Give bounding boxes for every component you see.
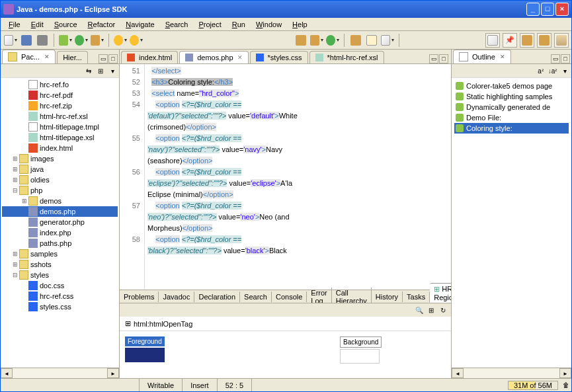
- bottom-tab-search[interactable]: Search: [240, 292, 272, 302]
- status-memory[interactable]: 31M of 56M: [508, 381, 558, 390]
- foreground-swatch[interactable]: [125, 348, 165, 362]
- tree-item[interactable]: hrc-ref.fo: [2, 79, 118, 90]
- outline-list[interactable]: Colorer-take5 demos pageStatic highlight…: [452, 78, 571, 368]
- menu-navigate[interactable]: Navigate: [120, 19, 159, 30]
- tree-item[interactable]: ⊞samples: [2, 249, 118, 259]
- tree-item[interactable]: generator.php: [2, 217, 118, 227]
- outline-item[interactable]: Coloring style:: [454, 123, 569, 134]
- link-editor-button[interactable]: ⊞: [95, 65, 106, 76]
- run-ext-button[interactable]: [90, 33, 104, 48]
- outline-item[interactable]: Static highlighting samples: [454, 91, 569, 102]
- print-button[interactable]: [35, 33, 50, 48]
- tree-button[interactable]: ⊞: [426, 305, 436, 315]
- view-menu-button[interactable]: ▾: [107, 65, 118, 76]
- search-button[interactable]: [364, 33, 379, 48]
- outline-scrollbar-h[interactable]: [452, 368, 571, 378]
- maximize-button[interactable]: □: [541, 3, 554, 16]
- outline-item[interactable]: Colorer-take5 demos page: [454, 81, 569, 91]
- outline-item[interactable]: Dynamically generated de: [454, 102, 569, 112]
- tree-item[interactable]: ⊞demos: [2, 196, 118, 206]
- tree-item[interactable]: ⊟php: [2, 185, 118, 196]
- run-button[interactable]: [74, 33, 89, 48]
- tree-item[interactable]: html-hrc-ref.xsl: [2, 111, 118, 122]
- outline-item[interactable]: Demo File:: [454, 112, 569, 123]
- gc-button[interactable]: 🗑: [561, 380, 571, 391]
- menu-file[interactable]: File: [3, 19, 26, 30]
- close-icon[interactable]: ✕: [500, 54, 505, 60]
- maximize-view-button[interactable]: □: [108, 54, 118, 63]
- new-button[interactable]: [3, 33, 18, 48]
- editor-tab[interactable]: *styles.css: [250, 51, 308, 63]
- editor-tab[interactable]: index.html: [121, 51, 178, 63]
- menu-run[interactable]: Run: [227, 19, 251, 30]
- tree-item[interactable]: styles.css: [2, 301, 118, 312]
- collapse-all-button[interactable]: ⇆: [83, 65, 94, 76]
- menu-source[interactable]: Source: [49, 19, 83, 30]
- tree-item[interactable]: ⊞oldies: [2, 175, 118, 185]
- outline-tab[interactable]: Outline ✕: [453, 50, 511, 63]
- debug-button[interactable]: [58, 33, 73, 48]
- bottom-tab-problems[interactable]: Problems: [120, 292, 159, 302]
- editor-maximize-button[interactable]: □: [439, 54, 448, 63]
- save-button[interactable]: [19, 33, 34, 48]
- tree-item[interactable]: paths.php: [2, 238, 118, 249]
- tree-item[interactable]: hrc-ref.css: [2, 291, 118, 301]
- editor-minimize-button[interactable]: ▭: [429, 54, 438, 63]
- minimize-button[interactable]: _: [526, 3, 540, 16]
- code-editor[interactable]: </select> <h3>Coloring style:</h3> <sele…: [145, 64, 451, 290]
- tree-item[interactable]: index.php: [2, 227, 118, 238]
- persp-java-button[interactable]: [554, 33, 569, 48]
- tree-item[interactable]: hrc-ref.zip: [2, 100, 118, 111]
- tree-item[interactable]: ⊞java: [2, 164, 118, 175]
- nav-back-button[interactable]: [113, 33, 128, 48]
- bottom-tab-tasks[interactable]: Tasks: [403, 292, 430, 302]
- new-class-button[interactable]: [325, 33, 340, 48]
- background-swatch[interactable]: [340, 349, 380, 364]
- persp-folder-icon[interactable]: [537, 33, 552, 48]
- minimize-view-button[interactable]: ▭: [99, 54, 108, 63]
- outline-min-button[interactable]: ▭: [551, 54, 560, 63]
- refresh-button[interactable]: ↻: [438, 305, 448, 315]
- persp-pin-icon[interactable]: 📌: [503, 33, 517, 48]
- open-resource-button[interactable]: [380, 33, 395, 48]
- close-icon[interactable]: ✕: [44, 54, 50, 60]
- expand-icon[interactable]: ⊞: [125, 319, 131, 328]
- tree-item[interactable]: ⊞sshots: [2, 259, 118, 270]
- menu-search[interactable]: Search: [160, 19, 194, 30]
- editor-tab[interactable]: *html-hrc-ref.xsl: [309, 51, 384, 63]
- persp-open-button[interactable]: [520, 33, 534, 48]
- menu-project[interactable]: Project: [194, 19, 227, 30]
- tree-item[interactable]: doc.css: [2, 280, 118, 291]
- sort-alpha-button[interactable]: aᶻ: [536, 65, 546, 76]
- bottom-tab-declaration[interactable]: Declaration: [194, 292, 240, 302]
- menu-window[interactable]: Window: [251, 19, 287, 30]
- open-type-button[interactable]: [294, 33, 308, 48]
- hide-fields-button[interactable]: ↓aᶻ: [548, 65, 558, 76]
- filter-button[interactable]: 🔍: [414, 305, 425, 315]
- hierarchy-tab[interactable]: Hier...: [57, 51, 88, 63]
- tree-item[interactable]: demos.php: [2, 206, 118, 217]
- tree-scrollbar-h[interactable]: [1, 368, 119, 378]
- bottom-tab-history[interactable]: History: [372, 292, 403, 302]
- tree-item[interactable]: ⊞images: [2, 153, 118, 164]
- region-tree-node[interactable]: ⊞ html:htmlOpenTag: [120, 317, 451, 331]
- package-explorer-tab[interactable]: Pac... ✕: [2, 50, 56, 63]
- bottom-tab-javadoc[interactable]: Javadoc: [159, 292, 194, 302]
- new-pkg-button[interactable]: [309, 33, 324, 48]
- open-folder-button[interactable]: [348, 33, 363, 48]
- project-tree[interactable]: hrc-ref.fohrc-ref.pdfhrc-ref.ziphtml-hrc…: [1, 78, 119, 368]
- tree-item[interactable]: ⊟styles: [2, 270, 118, 280]
- outline-max-button[interactable]: □: [561, 54, 570, 63]
- tree-item[interactable]: index.html: [2, 143, 118, 153]
- close-button[interactable]: ×: [555, 3, 569, 16]
- tree-item[interactable]: html-titlepage.xsl: [2, 132, 118, 143]
- menu-help[interactable]: Help: [287, 19, 313, 30]
- menu-refactor[interactable]: Refactor: [83, 19, 121, 30]
- bottom-tab-console[interactable]: Console: [272, 292, 307, 302]
- outline-menu-button[interactable]: ▾: [559, 65, 570, 76]
- tree-item[interactable]: hrc-ref.pdf: [2, 90, 118, 100]
- menu-edit[interactable]: Edit: [26, 19, 49, 30]
- persp-calendar-icon[interactable]: [485, 33, 500, 48]
- editor-tab[interactable]: demos.php✕: [179, 51, 248, 63]
- tree-item[interactable]: html-titlepage.tmpl: [2, 122, 118, 132]
